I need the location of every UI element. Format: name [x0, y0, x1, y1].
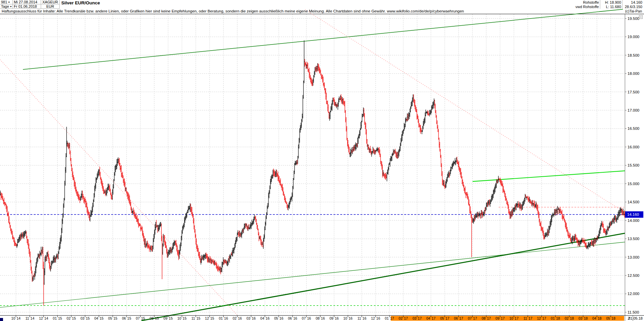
- x-axis-label: 02: [233, 316, 237, 320]
- x-axis-label: 15: [114, 316, 118, 320]
- y-axis-label: 16.000: [627, 145, 639, 149]
- period-dropdown[interactable]: Tage▼: [0, 4, 13, 9]
- x-axis-label: 16: [224, 316, 228, 320]
- x-axis-label: 15: [196, 316, 200, 320]
- symbol-cell[interactable]: XAGEUR: [41, 0, 60, 4]
- chevron-down-icon: ▼: [10, 5, 12, 8]
- y-axis-label: 12.000: [627, 292, 639, 296]
- x-axis-label: 15: [155, 316, 159, 320]
- x-axis-label: 15: [72, 316, 76, 320]
- quote-source-label: vwd Rohstoffe: [562, 5, 599, 9]
- x-axis-label: 17: [431, 316, 436, 320]
- x-axis-label: 17: [501, 316, 505, 320]
- x-axis-label: 15: [169, 316, 173, 320]
- y-axis-label: 17.000: [627, 108, 639, 112]
- collapse-panel-icon[interactable]: [639, 15, 643, 19]
- x-axis-label: 01: [53, 316, 57, 320]
- x-axis-label: 04: [94, 316, 98, 320]
- x-axis-label: 15: [141, 316, 145, 320]
- x-axis-label: 07: [136, 316, 140, 320]
- y-axis-label: 13.000: [627, 255, 639, 259]
- x-axis-label: 16: [238, 316, 242, 320]
- last-price-value: 14.160: [623, 0, 642, 4]
- x-axis-label: 17: [487, 316, 491, 320]
- x-axis-label: 17: [445, 316, 449, 320]
- x-axis-label: 17: [418, 316, 422, 320]
- x-axis-label: 18: [570, 316, 574, 320]
- x-axis-label: 04: [426, 316, 430, 320]
- x-axis-label: 08: [316, 316, 320, 320]
- x-axis-label: 06: [122, 316, 126, 320]
- x-axis-label: 15: [100, 316, 104, 320]
- x-axis-label: 10: [509, 316, 513, 320]
- x-axis-label: 01: [551, 316, 555, 320]
- x-axis-label: 07: [468, 316, 472, 320]
- timeline-highlight: [391, 316, 624, 321]
- x-axis-label: 16: [252, 316, 256, 320]
- x-axis-label: 17: [542, 316, 546, 320]
- x-axis-label: 05: [606, 316, 610, 320]
- x-axis-label: 03: [247, 316, 251, 320]
- x-axis-label: 08: [482, 316, 486, 320]
- x-axis-label: 10: [177, 316, 181, 320]
- x-axis-label: 04: [592, 316, 597, 320]
- x-axis-label: 12: [39, 316, 43, 320]
- y-axis-label: 14.500: [627, 200, 639, 204]
- x-axis-label: 15: [210, 316, 214, 320]
- y-axis-label: 19.500: [627, 17, 639, 21]
- x-axis-label: 05: [108, 316, 112, 320]
- x-axis-label: 06: [288, 316, 292, 320]
- x-axis-label: 10: [11, 316, 15, 320]
- x-axis-label: 03: [80, 316, 85, 320]
- x-axis-label: 02: [565, 316, 569, 320]
- x-axis-label: 09: [163, 316, 167, 320]
- x-axis-label: 17: [404, 316, 408, 320]
- period-high-value: H: 18.900: [601, 0, 621, 4]
- y-axis-label: 15.000: [627, 182, 639, 186]
- x-axis-label: 16: [280, 316, 284, 320]
- x-axis-label: 18: [598, 316, 602, 320]
- x-axis-label: 09: [329, 316, 333, 320]
- period-low-value: L: 11.680: [601, 5, 621, 9]
- x-axis-label: 09: [495, 316, 500, 320]
- instrument-group-label: Rohstoffe: [562, 0, 599, 4]
- x-axis-label: 04: [260, 316, 264, 320]
- x-axis-label: 08: [150, 316, 154, 320]
- bar-count-dropdown[interactable]: 981▼: [0, 0, 13, 4]
- copyright-label: (c)Tai-Pan: [625, 9, 642, 13]
- date-from-field[interactable]: Mi 27.08.2014: [13, 0, 41, 4]
- x-axis-label: 07: [302, 316, 306, 320]
- change-value: 28.6/3.150: [623, 5, 642, 9]
- x-axis-label: 02: [67, 316, 71, 320]
- x-axis-label: 17: [528, 316, 533, 320]
- x-axis-label: 17: [473, 316, 477, 320]
- x-axis-label: 12: [371, 316, 375, 320]
- y-axis-label: 11.500: [627, 310, 639, 314]
- x-axis-label: 17: [459, 316, 463, 320]
- divider: [622, 0, 622, 9]
- x-axis-label: 01: [385, 316, 389, 320]
- x-axis-label: 01: [219, 316, 223, 320]
- y-axis-label: 18.000: [627, 71, 639, 76]
- x-axis-label: 11: [523, 316, 527, 320]
- x-axis-label: 02: [399, 316, 403, 320]
- corner-marker: [0, 318, 3, 321]
- x-axis-label: 05: [274, 316, 278, 320]
- x-axis-label: 15: [127, 316, 131, 320]
- price-chart-area[interactable]: 19.50019.00018.50018.00017.50017.00016.5…: [0, 0, 644, 321]
- y-axis-label: 18.500: [627, 53, 639, 57]
- disclaimer-text: Haftungsausschluss für Inhalte: Alle Tre…: [2, 9, 464, 13]
- x-axis-label: 16: [307, 316, 311, 320]
- y-axis-label: 15.500: [627, 163, 639, 167]
- date-to-field[interactable]: Fr 01.06.2018: [13, 4, 41, 9]
- x-axis-label: 11: [191, 316, 195, 320]
- x-axis-label: 16: [293, 316, 297, 320]
- y-axis-label: 16.500: [627, 126, 639, 130]
- x-axis-label: 12: [205, 316, 209, 320]
- x-axis-label: 14: [17, 316, 21, 320]
- x-axis-label: 16: [349, 316, 353, 320]
- y-axis-label: 12.500: [627, 273, 639, 278]
- currency-cell: EUR: [41, 4, 60, 9]
- end-date-label: 31.05.18: [628, 316, 643, 320]
- y-axis-label: 14.000: [627, 218, 639, 223]
